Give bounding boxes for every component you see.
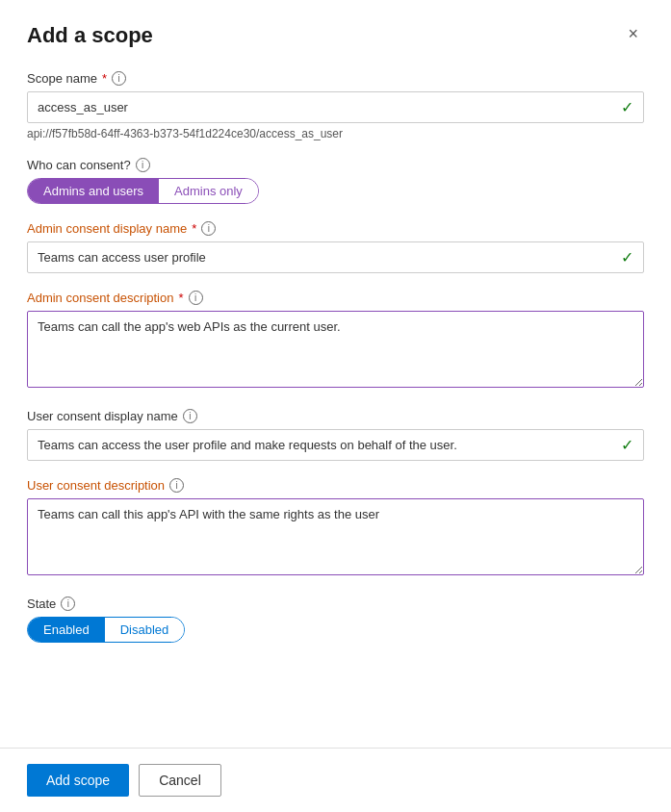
state-toggle: Enabled Disabled — [27, 617, 185, 643]
scope-name-group: Scope name * i ✓ api://f57fb58d-64ff-436… — [27, 71, 644, 140]
admin-consent-description-textarea[interactable]: Teams can call the app's web APIs as the… — [27, 311, 644, 388]
user-consent-display-name-input[interactable] — [38, 438, 621, 452]
user-consent-description-label: User consent description i — [27, 478, 644, 493]
admin-consent-display-name-label: Admin consent display name * i — [27, 221, 644, 236]
admin-consent-description-group: Admin consent description * i Teams can … — [27, 291, 644, 392]
close-button[interactable]: × — [622, 23, 644, 44]
who-can-consent-info-icon[interactable]: i — [136, 158, 150, 172]
scope-name-input-wrapper: ✓ — [27, 91, 644, 123]
user-consent-display-check-icon: ✓ — [621, 436, 633, 454]
state-group: State i Enabled Disabled — [27, 596, 644, 643]
cancel-button[interactable]: Cancel — [139, 764, 221, 797]
admin-consent-description-label: Admin consent description * i — [27, 291, 644, 305]
scope-name-check-icon: ✓ — [621, 98, 633, 116]
who-can-consent-label: Who can consent? i — [27, 158, 644, 172]
scope-name-label: Scope name * i — [27, 71, 644, 86]
scope-name-input[interactable] — [38, 100, 621, 114]
admin-consent-display-name-wrapper: ✓ — [27, 241, 644, 273]
admin-consent-display-name-group: Admin consent display name * i ✓ — [27, 221, 644, 273]
pill-admins-and-users[interactable]: Admins and users — [28, 179, 159, 203]
user-consent-display-name-group: User consent display name i ✓ — [27, 409, 644, 461]
dialog-title: Add a scope — [27, 23, 153, 48]
state-enabled[interactable]: Enabled — [28, 618, 105, 642]
user-consent-display-info-icon[interactable]: i — [183, 409, 197, 423]
who-can-consent-group: Who can consent? i Admins and users Admi… — [27, 158, 644, 204]
scope-url: api://f57fb58d-64ff-4363-b373-54f1d224ce… — [27, 127, 644, 140]
admin-consent-display-check-icon: ✓ — [621, 248, 633, 266]
admin-consent-display-info-icon[interactable]: i — [201, 221, 216, 236]
who-can-consent-toggle: Admins and users Admins only — [27, 178, 259, 204]
required-marker: * — [102, 71, 107, 86]
user-consent-desc-info-icon[interactable]: i — [169, 478, 184, 493]
add-scope-button[interactable]: Add scope — [27, 764, 129, 797]
user-consent-description-textarea[interactable]: Teams can call this app's API with the s… — [27, 498, 644, 575]
user-consent-description-group: User consent description i Teams can cal… — [27, 478, 644, 579]
state-info-icon[interactable]: i — [61, 596, 75, 611]
pill-admins-only[interactable]: Admins only — [159, 179, 258, 203]
state-label: State i — [27, 596, 644, 611]
admin-consent-display-name-input[interactable] — [38, 250, 621, 265]
admin-desc-required: * — [178, 291, 183, 305]
dialog-header: Add a scope × — [27, 23, 644, 48]
user-consent-display-name-label: User consent display name i — [27, 409, 644, 423]
admin-consent-desc-info-icon[interactable]: i — [189, 291, 203, 305]
admin-display-required: * — [192, 221, 196, 236]
dialog-footer: Add scope Cancel — [0, 748, 671, 812]
user-consent-display-name-wrapper: ✓ — [27, 429, 644, 461]
state-disabled[interactable]: Disabled — [105, 618, 185, 642]
scope-name-info-icon[interactable]: i — [112, 71, 126, 86]
